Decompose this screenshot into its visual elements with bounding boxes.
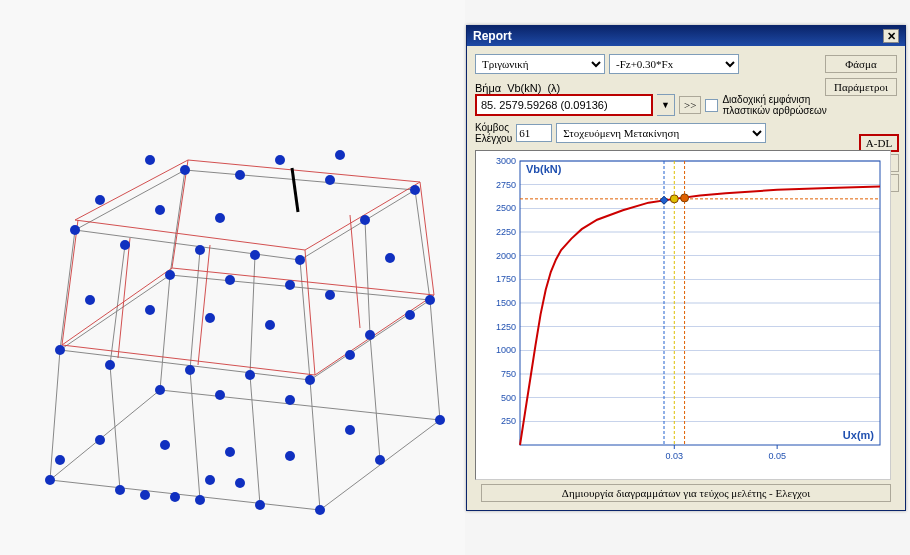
svg-text:1500: 1500 [496,298,516,308]
create-diagrams-button[interactable]: Δημιουργία διαγραμμάτων για τεύχος μελέτ… [481,484,891,502]
svg-text:500: 500 [501,393,516,403]
svg-text:2250: 2250 [496,227,516,237]
svg-point-61 [275,155,285,165]
svg-point-59 [235,170,245,180]
svg-point-58 [180,165,190,175]
svg-point-62 [335,150,345,160]
svg-point-32 [255,500,265,510]
model-viewport[interactable] [0,0,465,555]
svg-point-60 [145,155,155,165]
control-node-input[interactable] [516,124,552,142]
svg-point-57 [410,185,420,195]
svg-point-46 [365,330,375,340]
svg-text:3000: 3000 [496,156,516,166]
svg-point-41 [55,345,65,355]
params-button[interactable]: Παράμετροι [825,78,897,96]
vb-col-label: Vb(kN) [507,82,541,94]
svg-text:Vb(kN): Vb(kN) [526,163,562,175]
svg-point-63 [95,435,105,445]
svg-point-118 [681,194,689,202]
svg-point-70 [205,313,215,323]
svg-point-39 [345,350,355,360]
svg-line-11 [110,365,120,490]
svg-point-66 [285,451,295,461]
svg-line-26 [198,245,210,365]
node-label-1: Κόμβος [475,122,512,133]
svg-point-40 [405,310,415,320]
node-label-2: Ελέγχου [475,133,512,144]
svg-line-18 [365,220,370,335]
svg-line-6 [160,275,170,390]
svg-point-76 [215,213,225,223]
target-disp-select[interactable]: Στοχευόμενη Μετακίνηση [556,123,766,143]
svg-point-80 [205,475,215,485]
svg-line-22 [305,250,315,375]
svg-line-12 [190,370,200,500]
svg-point-47 [425,295,435,305]
svg-point-71 [265,320,275,330]
svg-point-49 [225,275,235,285]
svg-line-16 [190,250,200,370]
svg-line-5 [430,300,440,420]
svg-point-53 [195,245,205,255]
svg-point-68 [85,295,95,305]
svg-point-52 [120,240,130,250]
svg-marker-0 [50,390,440,510]
step-dropdown-button[interactable]: ▼ [657,94,675,116]
svg-line-14 [370,335,380,460]
svg-text:Ux(m): Ux(m) [843,429,875,441]
svg-point-35 [435,415,445,425]
close-button[interactable]: ✕ [883,29,899,43]
svg-point-73 [385,253,395,263]
svg-line-13 [250,375,260,505]
svg-text:0.03: 0.03 [666,451,684,461]
svg-point-48 [165,270,175,280]
svg-point-74 [95,195,105,205]
svg-point-69 [145,305,155,315]
svg-text:0.05: 0.05 [768,451,786,461]
successive-checkbox[interactable] [705,99,718,112]
step-display: 85. 2579.59268 (0.09136) [475,94,653,116]
svg-line-27 [350,215,360,328]
chart-svg: 2505007501000125015001750200022502500275… [476,151,892,481]
lambda-col-label: (λ) [547,82,560,94]
svg-point-29 [45,475,55,485]
svg-line-15 [110,245,125,365]
svg-point-44 [245,370,255,380]
svg-point-56 [360,215,370,225]
svg-text:2750: 2750 [496,180,516,190]
svg-marker-1 [60,275,430,380]
spectrum-button[interactable]: Φάσμα [825,55,897,73]
svg-text:750: 750 [501,369,516,379]
svg-point-43 [185,365,195,375]
svg-point-67 [345,425,355,435]
svg-point-82 [55,455,65,465]
svg-text:2000: 2000 [496,251,516,261]
svg-line-10 [170,170,185,275]
svg-point-45 [305,375,315,385]
step-display-value: 85. 2579.59268 (0.09136) [481,96,608,114]
load-combo-select[interactable]: -Fz+0.30*Fx [609,54,739,74]
svg-point-64 [160,440,170,450]
advance-button[interactable]: >> [679,96,701,114]
svg-point-50 [285,280,295,290]
svg-point-77 [325,175,335,185]
distribution-select[interactable]: Τριγωνική [475,54,605,74]
svg-line-7 [60,230,75,350]
svg-line-21 [62,220,78,345]
svg-point-30 [115,485,125,495]
svg-point-36 [155,385,165,395]
svg-text:1750: 1750 [496,274,516,284]
svg-point-38 [285,395,295,405]
dialog-titlebar[interactable]: Report ✕ [467,26,905,46]
close-icon: ✕ [887,30,896,43]
svg-point-78 [140,490,150,500]
svg-line-8 [300,260,310,380]
svg-point-75 [155,205,165,215]
svg-point-34 [375,455,385,465]
svg-point-117 [670,195,678,203]
svg-point-54 [250,250,260,260]
svg-text:250: 250 [501,416,516,426]
pushover-chart: 2505007501000125015001750200022502500275… [475,150,891,480]
successive-label-2: πλαστικών αρθρώσεων [722,105,826,116]
